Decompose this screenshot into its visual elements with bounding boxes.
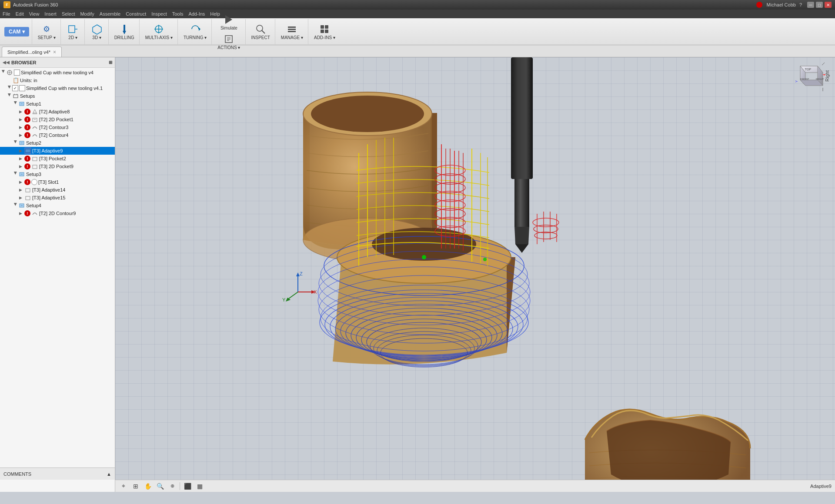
tree-area: ▶ Simplified Cup with new tooling v4 📋 U… bbox=[0, 68, 115, 492]
3d-button[interactable]: 3D bbox=[88, 22, 106, 41]
addins-button[interactable]: ADD-INS bbox=[312, 22, 337, 41]
actions-group: Simulate ACTIONS bbox=[213, 19, 245, 44]
tree-label-setup1: Setup1 bbox=[26, 101, 41, 106]
2d-button[interactable]: 2D bbox=[64, 22, 82, 41]
tree-item-pocket9[interactable]: ▶ ! [T3] 2D Pocket9 bbox=[0, 162, 115, 170]
menu-view[interactable]: View bbox=[29, 11, 40, 17]
orbit-button[interactable]: ⌖ bbox=[119, 481, 128, 491]
tree-item-contour3[interactable]: ▶ ! [T2] Contour3 bbox=[0, 123, 115, 131]
post-icon bbox=[223, 33, 235, 45]
tree-arrow-adaptive14: ▶ bbox=[19, 188, 24, 192]
menu-assemble[interactable]: Assemble bbox=[100, 11, 120, 17]
tree-label-adaptive15: [T3] Adaptive15 bbox=[32, 195, 65, 200]
menu-select[interactable]: Select bbox=[62, 11, 75, 17]
tree-item-component[interactable]: ▶ Simplified Cup with new tooling v4.1 bbox=[0, 84, 115, 92]
view-mode-button[interactable]: ⬛ bbox=[183, 481, 192, 491]
addins-icon bbox=[318, 23, 331, 35]
svg-rect-21 bbox=[321, 30, 324, 33]
tree-arrow-setup1: ▶ bbox=[13, 101, 18, 106]
menu-modify[interactable]: Modify bbox=[80, 11, 94, 17]
2d-label: 2D bbox=[68, 35, 77, 40]
tree-item-units[interactable]: 📋 Units: in bbox=[0, 76, 115, 84]
turning-button[interactable]: TURNING bbox=[181, 22, 209, 41]
record-button[interactable] bbox=[756, 2, 762, 8]
comments-expand-icon[interactable]: ▲ bbox=[107, 471, 111, 477]
tree-item-setups[interactable]: ▶ Setups bbox=[0, 92, 115, 100]
comments-label: COMMENTS bbox=[3, 471, 31, 477]
2d-group: 2D bbox=[62, 19, 85, 44]
cam-group: CAM ▾ bbox=[2, 19, 32, 44]
manage-group: MANAGE bbox=[276, 19, 308, 44]
3d-label: 3D bbox=[92, 35, 101, 40]
pan-button[interactable]: ✋ bbox=[143, 481, 153, 491]
main-layout: ◀◀ BROWSER ⊞ ▶ Simplified Cup with new t… bbox=[0, 57, 835, 492]
minimize-button[interactable]: ─ bbox=[807, 2, 814, 8]
tree-item-pocket1[interactable]: ▶ ! [T2] 2D Pocket1 bbox=[0, 116, 115, 123]
tree-check-root[interactable] bbox=[14, 70, 20, 76]
svg-rect-20 bbox=[325, 25, 328, 29]
post-button[interactable]: ACTIONS bbox=[215, 32, 242, 51]
tree-check-component[interactable] bbox=[12, 85, 18, 91]
menu-addins[interactable]: Add-Ins bbox=[188, 11, 205, 17]
menu-inspect[interactable]: Inspect bbox=[151, 11, 167, 17]
tree-item-slot1[interactable]: ▶ ! [T3] Slot1 bbox=[0, 178, 115, 186]
menu-file[interactable]: File bbox=[3, 11, 10, 17]
tree-item-adaptive8[interactable]: ▶ ! [T2] Adaptive8 bbox=[0, 108, 115, 116]
menu-construct[interactable]: Construct bbox=[126, 11, 146, 17]
svg-rect-36 bbox=[25, 149, 30, 153]
tree-arrow-setup2: ▶ bbox=[13, 140, 18, 146]
browser-collapse-icon[interactable]: ◀◀ bbox=[3, 60, 10, 65]
inspect-button[interactable]: INSPECT bbox=[249, 22, 272, 41]
browser-expand-icon[interactable]: ⊞ bbox=[109, 60, 112, 65]
maximize-button[interactable]: □ bbox=[816, 2, 823, 8]
tree-item-adaptive15[interactable]: ▶ [T3] Adaptive15 bbox=[0, 194, 115, 202]
menu-insert[interactable]: Insert bbox=[44, 11, 57, 17]
turning-label: TURNING bbox=[184, 35, 207, 40]
multiaxis-button[interactable]: MULTI-AXIS bbox=[143, 22, 175, 41]
manage-icon bbox=[286, 23, 298, 35]
viewport[interactable]: Z X Y bbox=[115, 57, 835, 492]
tree-arrow-setup3: ▶ bbox=[13, 172, 18, 177]
tree-check-slot1[interactable] bbox=[31, 179, 37, 185]
tree-item-adaptive9[interactable]: ▶ [T3] Adaptive9 bbox=[0, 147, 115, 155]
zoom-extend-button[interactable]: ⊕ bbox=[167, 481, 177, 491]
menu-edit[interactable]: Edit bbox=[16, 11, 24, 17]
menu-tools[interactable]: Tools bbox=[172, 11, 184, 17]
fit-view-button[interactable]: ⊞ bbox=[131, 481, 140, 491]
tab-close-icon[interactable]: × bbox=[53, 49, 56, 55]
tree-item-contour4[interactable]: ▶ ! [T2] Contour4 bbox=[0, 131, 115, 139]
drilling-button[interactable]: DRILLING bbox=[112, 22, 137, 41]
svg-rect-32 bbox=[33, 118, 37, 122]
tree-item-contour9[interactable]: ▶ ! [T2] 2D Contour9 bbox=[0, 209, 115, 217]
tree-item-setup4[interactable]: ▶ Setup4 bbox=[0, 202, 115, 209]
view-cube[interactable]: Y TOP FRONT RIGHT Right bbox=[792, 62, 826, 96]
simulate-button[interactable]: Simulate bbox=[218, 12, 240, 32]
tree-error-contour4: ! bbox=[24, 132, 30, 138]
tree-item-root[interactable]: ▶ Simplified Cup with new tooling v4 bbox=[0, 69, 115, 76]
setup-button[interactable]: ⚙ SETUP bbox=[36, 22, 58, 41]
tree-label-component: Simplified Cup with new tooling v4.1 bbox=[26, 86, 103, 91]
tree-icon-root bbox=[6, 69, 13, 76]
tree-icon-adaptive9 bbox=[24, 147, 31, 154]
tree-arrow-root: ▶ bbox=[1, 70, 6, 75]
drilling-label: DRILLING bbox=[114, 35, 134, 40]
tree-item-adaptive14[interactable]: ▶ [T3] Adaptive14 bbox=[0, 186, 115, 194]
tree-item-pocket2[interactable]: ▶ ! [T3] Pocket2 bbox=[0, 155, 115, 162]
setup-label: SETUP bbox=[38, 35, 56, 40]
multiaxis-icon bbox=[153, 23, 165, 35]
grid-button[interactable]: ▦ bbox=[195, 481, 204, 491]
tree-arrow-pocket1: ▶ bbox=[19, 117, 24, 122]
manage-button[interactable]: MANAGE bbox=[279, 22, 305, 41]
help-button[interactable]: ? bbox=[799, 2, 802, 7]
tree-check2-component[interactable] bbox=[19, 85, 25, 91]
active-tab[interactable]: Simplified...oling v4* × bbox=[2, 46, 62, 57]
zoom-button[interactable]: 🔍 bbox=[155, 481, 165, 491]
tree-item-setup2[interactable]: ▶ Setup2 bbox=[0, 139, 115, 147]
close-button[interactable]: ✕ bbox=[825, 2, 832, 8]
cam-button[interactable]: CAM ▾ bbox=[4, 27, 29, 36]
tree-item-setup3[interactable]: ▶ Setup3 bbox=[0, 170, 115, 178]
tree-arrow-contour9: ▶ bbox=[19, 211, 24, 216]
tree-item-setup1[interactable]: ▶ Setup1 bbox=[0, 100, 115, 108]
tree-label-setup2: Setup2 bbox=[26, 140, 41, 146]
svg-marker-8 bbox=[199, 27, 200, 31]
